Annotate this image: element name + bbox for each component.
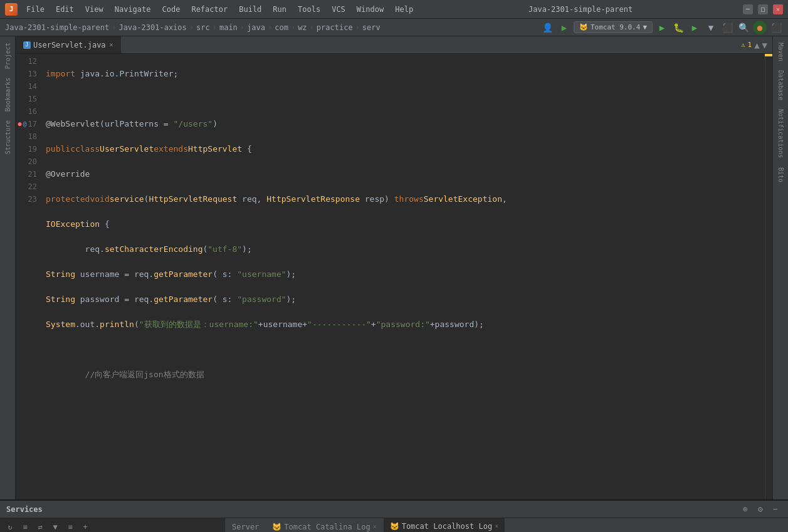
- menu-window[interactable]: Window: [352, 3, 389, 16]
- menu-file[interactable]: File: [21, 3, 50, 16]
- tree-filter-icon[interactable]: ▼: [49, 521, 61, 532]
- more-run-options[interactable]: ▼: [704, 21, 718, 34]
- run-button[interactable]: ▶: [655, 21, 669, 34]
- svc-tab-catalina-label: Tomcat Catalina Log: [284, 523, 370, 531]
- svc-tab-catalina[interactable]: 🐱 Tomcat Catalina Log ×: [266, 518, 383, 532]
- left-sidebar: Project Bookmarks Structure: [0, 36, 16, 499]
- window-title: Java-2301-simple-parent: [418, 5, 743, 14]
- maximize-button[interactable]: □: [758, 4, 768, 14]
- search-button[interactable]: 🔍: [737, 21, 750, 34]
- services-panel: Services ⊕ ⚙ − ↻ ≡ ⇄ ▼ ≡ + ▼ 🐱 Tomcat Se…: [0, 499, 788, 532]
- right-sidebar-database[interactable]: Database: [775, 66, 786, 104]
- app-icon: J: [5, 3, 18, 16]
- minimize-button[interactable]: ─: [743, 4, 753, 14]
- left-icon-structure[interactable]: Structure: [3, 117, 13, 158]
- close-button[interactable]: ✕: [773, 4, 783, 14]
- bc-com[interactable]: com: [275, 23, 288, 32]
- right-gutter: [765, 54, 772, 499]
- profile-icon[interactable]: 👤: [541, 21, 555, 34]
- window-controls: ─ □ ✕: [743, 4, 783, 14]
- menu-view[interactable]: View: [80, 3, 108, 16]
- debug-button[interactable]: 🐛: [671, 21, 685, 34]
- run-debug-icon[interactable]: ▶: [557, 21, 571, 34]
- menu-vcs[interactable]: VCS: [327, 3, 350, 16]
- menu-refactor[interactable]: Refactor: [186, 3, 233, 16]
- bc-module[interactable]: Java-2301-axios: [118, 23, 186, 32]
- tree-refresh-icon[interactable]: ↻: [4, 521, 16, 532]
- tree-add-icon[interactable]: +: [79, 521, 92, 532]
- stop-button[interactable]: ⬛: [720, 21, 734, 34]
- scroll-up-icon[interactable]: ▲: [754, 40, 759, 50]
- left-icon-project[interactable]: Project: [3, 39, 13, 73]
- services-minimize-icon[interactable]: −: [769, 503, 782, 516]
- right-sidebar-notifications[interactable]: Notifications: [775, 105, 786, 162]
- bc-project[interactable]: Java-2301-simple-parent: [5, 23, 109, 32]
- svc-tab-server[interactable]: Server: [226, 518, 266, 532]
- bc-serv[interactable]: serv: [362, 23, 381, 32]
- service-tab-bar: Server 🐱 Tomcat Catalina Log × 🐱 Tomcat …: [226, 518, 788, 532]
- catalina-tab-icon: 🐱: [272, 523, 281, 531]
- services-header-tools: ⊕ ⚙ −: [739, 503, 782, 516]
- tree-list-icon[interactable]: ≡: [19, 521, 31, 532]
- service-log-area: Server 🐱 Tomcat Catalina Log × 🐱 Tomcat …: [226, 518, 788, 532]
- warning-badge: ⚠: [741, 41, 745, 49]
- menu-bar: File Edit View Navigate Code Refactor Bu…: [21, 3, 418, 16]
- service-tree-toolbar: ↻ ≡ ⇄ ▼ ≡ +: [0, 518, 225, 532]
- tomcat-run-config[interactable]: 🐱 Tomcat 9.0.4 ▼: [574, 21, 653, 33]
- localhost-tab-close-icon[interactable]: ×: [495, 523, 498, 529]
- editor-tab-userservlet[interactable]: J UserServlet.java ×: [16, 36, 122, 53]
- tab-close-icon[interactable]: ×: [110, 41, 113, 48]
- left-icon-bookmarks[interactable]: Bookmarks: [3, 74, 13, 115]
- menu-code[interactable]: Code: [157, 3, 186, 16]
- bc-wz[interactable]: wz: [298, 23, 307, 32]
- services-add-icon[interactable]: ⊕: [739, 503, 752, 516]
- menu-run[interactable]: Run: [268, 3, 292, 16]
- svc-tab-localhost[interactable]: 🐱 Tomcat Localhost Log ×: [384, 518, 506, 532]
- svc-tab-localhost-label: Tomcat Localhost Log: [402, 522, 493, 531]
- bc-main[interactable]: main: [219, 23, 238, 32]
- services-content: ↻ ≡ ⇄ ▼ ≡ + ▼ 🐱 Tomcat Server ▼ ▶ Runnin…: [0, 518, 788, 532]
- editor-area: J UserServlet.java × ⚠ 1 ▲ ▼ 12 13 14 15…: [16, 36, 772, 499]
- run-with-coverage-button[interactable]: ▶: [688, 21, 701, 34]
- java-file-icon: J: [23, 41, 31, 49]
- editor-tab-bar: J UserServlet.java × ⚠ 1 ▲ ▼: [16, 36, 772, 54]
- catalina-tab-close-icon[interactable]: ×: [373, 523, 377, 530]
- code-content[interactable]: import java.io.PrintWriter; @WebServlet(…: [41, 54, 765, 499]
- menu-build[interactable]: Build: [234, 3, 266, 16]
- settings-button[interactable]: ⬛: [769, 21, 783, 34]
- tree-more-icon[interactable]: ≡: [64, 521, 76, 532]
- bc-practice[interactable]: practice: [317, 23, 353, 32]
- right-sidebar: Maven Database Notifications Bito: [772, 36, 788, 499]
- gutter-warning-marker: [765, 54, 772, 56]
- scroll-down-icon[interactable]: ▼: [762, 40, 767, 50]
- main-layout: Project Bookmarks Structure J UserServle…: [0, 36, 788, 499]
- menu-help[interactable]: Help: [390, 3, 418, 16]
- svc-tab-server-label: Server: [232, 523, 259, 531]
- editor-tab-label: UserServlet.java: [33, 41, 106, 50]
- title-bar: J File Edit View Navigate Code Refactor …: [0, 0, 788, 19]
- warning-count: 1: [748, 41, 752, 49]
- tree-split-icon[interactable]: ⇄: [34, 521, 46, 532]
- service-tree: ↻ ≡ ⇄ ▼ ≡ + ▼ 🐱 Tomcat Server ▼ ▶ Runnin…: [0, 518, 226, 532]
- localhost-tab-icon: 🐱: [390, 522, 399, 531]
- services-panel-title: Services: [6, 505, 43, 514]
- bc-src[interactable]: src: [196, 23, 210, 32]
- plugins-button[interactable]: ●: [753, 21, 767, 34]
- code-editor: 12 13 14 15 16 ● @ 17 18 19 20 21 22 23 …: [16, 54, 772, 499]
- bc-java[interactable]: java: [247, 23, 265, 32]
- services-settings-icon[interactable]: ⚙: [754, 503, 767, 516]
- right-sidebar-maven[interactable]: Maven: [775, 39, 786, 65]
- breadcrumb-tools: 👤 ▶ 🐱 Tomcat 9.0.4 ▼ ▶ 🐛 ▶ ▼ ⬛ 🔍 ● ⬛: [541, 21, 783, 34]
- services-header: Services ⊕ ⚙ −: [0, 501, 788, 518]
- tab-actions: ⚠ 1 ▲ ▼: [741, 40, 772, 50]
- menu-navigate[interactable]: Navigate: [110, 3, 156, 16]
- menu-edit[interactable]: Edit: [51, 3, 79, 16]
- breadcrumb: Java-2301-simple-parent › Java-2301-axio…: [0, 19, 788, 36]
- right-sidebar-bito[interactable]: Bito: [775, 164, 786, 186]
- line-numbers: 12 13 14 15 16 ● @ 17 18 19 20 21 22 23: [16, 54, 41, 499]
- menu-tools[interactable]: Tools: [293, 3, 325, 16]
